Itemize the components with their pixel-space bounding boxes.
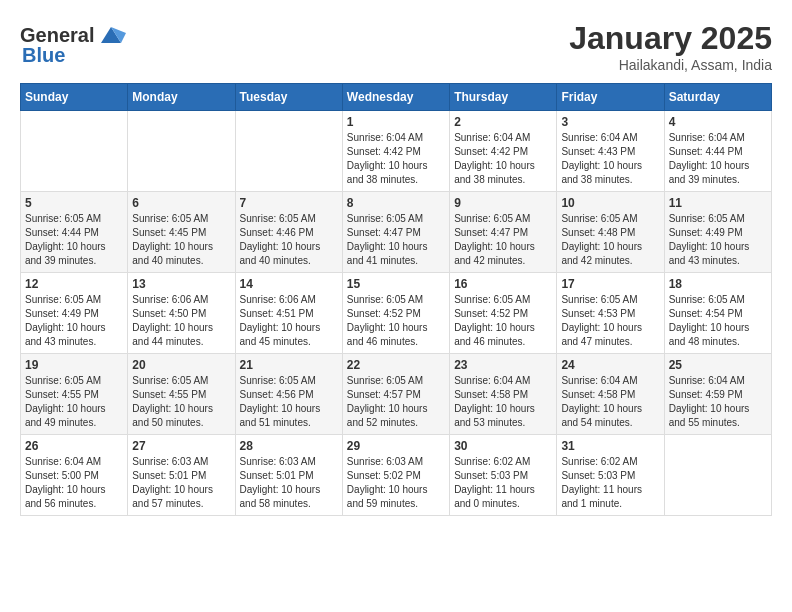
- calendar-cell: [21, 111, 128, 192]
- calendar-cell: 25Sunrise: 6:04 AM Sunset: 4:59 PM Dayli…: [664, 354, 771, 435]
- day-info: Sunrise: 6:05 AM Sunset: 4:49 PM Dayligh…: [25, 293, 123, 349]
- day-info: Sunrise: 6:05 AM Sunset: 4:53 PM Dayligh…: [561, 293, 659, 349]
- day-info: Sunrise: 6:02 AM Sunset: 5:03 PM Dayligh…: [561, 455, 659, 511]
- calendar-cell: 9Sunrise: 6:05 AM Sunset: 4:47 PM Daylig…: [450, 192, 557, 273]
- weekday-header-sunday: Sunday: [21, 84, 128, 111]
- day-info: Sunrise: 6:05 AM Sunset: 4:47 PM Dayligh…: [347, 212, 445, 268]
- month-title: January 2025: [569, 20, 772, 57]
- day-info: Sunrise: 6:04 AM Sunset: 4:43 PM Dayligh…: [561, 131, 659, 187]
- day-info: Sunrise: 6:05 AM Sunset: 4:45 PM Dayligh…: [132, 212, 230, 268]
- day-info: Sunrise: 6:06 AM Sunset: 4:50 PM Dayligh…: [132, 293, 230, 349]
- weekday-header-monday: Monday: [128, 84, 235, 111]
- day-number: 30: [454, 439, 552, 453]
- calendar-cell: [128, 111, 235, 192]
- day-number: 10: [561, 196, 659, 210]
- weekday-header-saturday: Saturday: [664, 84, 771, 111]
- day-number: 20: [132, 358, 230, 372]
- calendar-cell: 16Sunrise: 6:05 AM Sunset: 4:52 PM Dayli…: [450, 273, 557, 354]
- weekday-header-thursday: Thursday: [450, 84, 557, 111]
- day-info: Sunrise: 6:05 AM Sunset: 4:46 PM Dayligh…: [240, 212, 338, 268]
- day-number: 29: [347, 439, 445, 453]
- day-number: 19: [25, 358, 123, 372]
- calendar-cell: [235, 111, 342, 192]
- day-number: 17: [561, 277, 659, 291]
- calendar-cell: 27Sunrise: 6:03 AM Sunset: 5:01 PM Dayli…: [128, 435, 235, 516]
- day-info: Sunrise: 6:04 AM Sunset: 4:42 PM Dayligh…: [454, 131, 552, 187]
- day-info: Sunrise: 6:04 AM Sunset: 4:58 PM Dayligh…: [561, 374, 659, 430]
- calendar-table: SundayMondayTuesdayWednesdayThursdayFrid…: [20, 83, 772, 516]
- day-number: 12: [25, 277, 123, 291]
- day-info: Sunrise: 6:05 AM Sunset: 4:52 PM Dayligh…: [347, 293, 445, 349]
- calendar-cell: 6Sunrise: 6:05 AM Sunset: 4:45 PM Daylig…: [128, 192, 235, 273]
- day-number: 16: [454, 277, 552, 291]
- day-info: Sunrise: 6:05 AM Sunset: 4:57 PM Dayligh…: [347, 374, 445, 430]
- calendar-cell: 5Sunrise: 6:05 AM Sunset: 4:44 PM Daylig…: [21, 192, 128, 273]
- calendar-cell: 12Sunrise: 6:05 AM Sunset: 4:49 PM Dayli…: [21, 273, 128, 354]
- day-info: Sunrise: 6:05 AM Sunset: 4:49 PM Dayligh…: [669, 212, 767, 268]
- calendar-week-4: 19Sunrise: 6:05 AM Sunset: 4:55 PM Dayli…: [21, 354, 772, 435]
- logo-blue-text: Blue: [22, 44, 65, 67]
- day-number: 15: [347, 277, 445, 291]
- calendar-cell: 13Sunrise: 6:06 AM Sunset: 4:50 PM Dayli…: [128, 273, 235, 354]
- day-info: Sunrise: 6:02 AM Sunset: 5:03 PM Dayligh…: [454, 455, 552, 511]
- calendar-cell: 17Sunrise: 6:05 AM Sunset: 4:53 PM Dayli…: [557, 273, 664, 354]
- calendar-cell: 8Sunrise: 6:05 AM Sunset: 4:47 PM Daylig…: [342, 192, 449, 273]
- page-header: General Blue January 2025 Hailakandi, As…: [20, 20, 772, 73]
- calendar-cell: 24Sunrise: 6:04 AM Sunset: 4:58 PM Dayli…: [557, 354, 664, 435]
- day-number: 23: [454, 358, 552, 372]
- calendar-cell: 21Sunrise: 6:05 AM Sunset: 4:56 PM Dayli…: [235, 354, 342, 435]
- calendar-cell: 22Sunrise: 6:05 AM Sunset: 4:57 PM Dayli…: [342, 354, 449, 435]
- day-info: Sunrise: 6:03 AM Sunset: 5:02 PM Dayligh…: [347, 455, 445, 511]
- day-number: 11: [669, 196, 767, 210]
- day-number: 26: [25, 439, 123, 453]
- calendar-cell: 7Sunrise: 6:05 AM Sunset: 4:46 PM Daylig…: [235, 192, 342, 273]
- day-number: 9: [454, 196, 552, 210]
- day-number: 14: [240, 277, 338, 291]
- day-number: 18: [669, 277, 767, 291]
- calendar-cell: 29Sunrise: 6:03 AM Sunset: 5:02 PM Dayli…: [342, 435, 449, 516]
- day-number: 27: [132, 439, 230, 453]
- day-info: Sunrise: 6:05 AM Sunset: 4:55 PM Dayligh…: [132, 374, 230, 430]
- day-number: 8: [347, 196, 445, 210]
- day-number: 5: [25, 196, 123, 210]
- calendar-cell: 15Sunrise: 6:05 AM Sunset: 4:52 PM Dayli…: [342, 273, 449, 354]
- day-number: 1: [347, 115, 445, 129]
- logo-icon: [96, 20, 126, 50]
- calendar-cell: 19Sunrise: 6:05 AM Sunset: 4:55 PM Dayli…: [21, 354, 128, 435]
- day-number: 22: [347, 358, 445, 372]
- day-info: Sunrise: 6:05 AM Sunset: 4:44 PM Dayligh…: [25, 212, 123, 268]
- day-info: Sunrise: 6:04 AM Sunset: 5:00 PM Dayligh…: [25, 455, 123, 511]
- weekday-header-row: SundayMondayTuesdayWednesdayThursdayFrid…: [21, 84, 772, 111]
- day-info: Sunrise: 6:05 AM Sunset: 4:47 PM Dayligh…: [454, 212, 552, 268]
- calendar-cell: 14Sunrise: 6:06 AM Sunset: 4:51 PM Dayli…: [235, 273, 342, 354]
- day-info: Sunrise: 6:05 AM Sunset: 4:52 PM Dayligh…: [454, 293, 552, 349]
- day-number: 7: [240, 196, 338, 210]
- weekday-header-friday: Friday: [557, 84, 664, 111]
- day-number: 25: [669, 358, 767, 372]
- day-number: 28: [240, 439, 338, 453]
- weekday-header-tuesday: Tuesday: [235, 84, 342, 111]
- calendar-cell: 3Sunrise: 6:04 AM Sunset: 4:43 PM Daylig…: [557, 111, 664, 192]
- calendar-week-1: 1Sunrise: 6:04 AM Sunset: 4:42 PM Daylig…: [21, 111, 772, 192]
- calendar-cell: 11Sunrise: 6:05 AM Sunset: 4:49 PM Dayli…: [664, 192, 771, 273]
- day-number: 24: [561, 358, 659, 372]
- calendar-week-3: 12Sunrise: 6:05 AM Sunset: 4:49 PM Dayli…: [21, 273, 772, 354]
- day-number: 2: [454, 115, 552, 129]
- day-number: 3: [561, 115, 659, 129]
- calendar-cell: 23Sunrise: 6:04 AM Sunset: 4:58 PM Dayli…: [450, 354, 557, 435]
- calendar-cell: 28Sunrise: 6:03 AM Sunset: 5:01 PM Dayli…: [235, 435, 342, 516]
- day-info: Sunrise: 6:05 AM Sunset: 4:56 PM Dayligh…: [240, 374, 338, 430]
- day-number: 31: [561, 439, 659, 453]
- calendar-cell: 2Sunrise: 6:04 AM Sunset: 4:42 PM Daylig…: [450, 111, 557, 192]
- day-number: 6: [132, 196, 230, 210]
- day-info: Sunrise: 6:04 AM Sunset: 4:42 PM Dayligh…: [347, 131, 445, 187]
- day-number: 13: [132, 277, 230, 291]
- day-info: Sunrise: 6:03 AM Sunset: 5:01 PM Dayligh…: [132, 455, 230, 511]
- calendar-cell: 1Sunrise: 6:04 AM Sunset: 4:42 PM Daylig…: [342, 111, 449, 192]
- day-info: Sunrise: 6:05 AM Sunset: 4:48 PM Dayligh…: [561, 212, 659, 268]
- day-number: 21: [240, 358, 338, 372]
- calendar-cell: 18Sunrise: 6:05 AM Sunset: 4:54 PM Dayli…: [664, 273, 771, 354]
- day-info: Sunrise: 6:05 AM Sunset: 4:55 PM Dayligh…: [25, 374, 123, 430]
- day-info: Sunrise: 6:04 AM Sunset: 4:44 PM Dayligh…: [669, 131, 767, 187]
- weekday-header-wednesday: Wednesday: [342, 84, 449, 111]
